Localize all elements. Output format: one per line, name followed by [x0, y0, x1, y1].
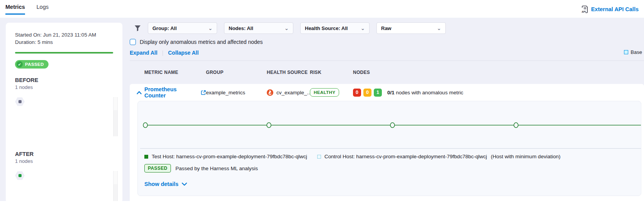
risk-cell: HEALTHY: [310, 88, 353, 97]
risk-badge: HEALTHY: [310, 88, 339, 97]
health-source-cell: cv_example_...: [267, 89, 310, 96]
node-count-badge: 0: [353, 89, 361, 97]
external-link-icon: [201, 90, 206, 95]
baseline-label: Base: [631, 49, 642, 55]
analysis-status-badge: PASSED: [144, 164, 171, 173]
legend-control-host: Control Host: harness-cv-prom-example-de…: [317, 154, 487, 159]
metric-name-link[interactable]: Prometheus Counter: [144, 86, 206, 99]
metric-line-chart[interactable]: [138, 101, 641, 151]
nodes-filter-dropdown[interactable]: Nodes: All ⌄: [224, 22, 293, 34]
collapse-all-link[interactable]: Collapse All: [168, 50, 199, 56]
health-source-name: cv_example_...: [276, 90, 311, 95]
after-node-hexagon-icon[interactable]: [15, 171, 25, 180]
col-nodes: NODES: [353, 70, 644, 75]
node-count-badges: 001: [353, 89, 382, 97]
divider: |: [162, 50, 164, 56]
chevron-down-icon: ⌄: [361, 25, 365, 31]
chevron-down-icon: ⌄: [208, 25, 212, 31]
main-area: Started On: Jun 21, 2023 11:05 AM Durati…: [0, 18, 644, 201]
show-details-link[interactable]: Show details: [144, 181, 187, 187]
tab-logs[interactable]: Logs: [37, 4, 49, 15]
node-count-badge: 1: [374, 89, 382, 97]
analysis-verdict-row: PASSED Passed by the Harness ML analysis: [144, 164, 258, 173]
chevron-down-icon: ⌄: [284, 25, 289, 31]
health-source-filter-dropdown[interactable]: Health Source: All ⌄: [300, 22, 370, 34]
metrics-table-header: METRIC NAME GROUP HEALTH SOURCE RISK NOD…: [130, 61, 644, 84]
before-node-status-square: [18, 100, 22, 103]
chevron-down-icon: [182, 183, 187, 186]
metrics-content: Group: All ⌄ Nodes: All ⌄ Health Source:…: [130, 18, 644, 201]
before-scrollbar[interactable]: [113, 97, 118, 136]
before-section: BEFORE 1 nodes: [15, 77, 113, 142]
test-host-swatch: [144, 155, 148, 159]
chevron-down-icon: ⌄: [437, 25, 441, 31]
after-node-count: 1 nodes: [15, 158, 113, 164]
raw-mode-dropdown[interactable]: Raw ⌄: [376, 22, 446, 34]
nodes-cell: 001 0/1 nodes with anomalous metric: [353, 89, 644, 97]
analysis-message: Passed by the Harness ML analysis: [176, 166, 258, 171]
after-title: AFTER: [15, 151, 113, 157]
tab-metrics[interactable]: Metrics: [5, 4, 25, 15]
col-group: GROUP: [206, 70, 267, 75]
duration-text: Duration: 5 mins: [15, 39, 113, 46]
before-node-hexagon-icon[interactable]: [15, 97, 25, 106]
metric-row: Prometheus Counter example_metrics: [130, 84, 644, 201]
external-api-calls-label: External API Calls: [591, 6, 639, 12]
anomalous-metrics-checkbox-label: Display only anomalous metrics and affec…: [140, 39, 263, 45]
external-api-calls-link[interactable]: API External API Calls: [582, 5, 639, 13]
anomalous-node-text: nodes with anomalous metric: [396, 90, 463, 95]
filter-icon: [134, 25, 141, 32]
after-node-status-square: [18, 174, 22, 177]
expand-collapse-row: Expand All | Collapse All: [130, 50, 644, 56]
metric-group: example_metrics: [206, 90, 267, 95]
chart-legend: Test Host: harness-cv-prom-example-deplo…: [144, 154, 560, 159]
after-section: AFTER 1 nodes: [15, 151, 113, 206]
col-health-source: HEALTH SOURCE: [267, 70, 310, 75]
anomalous-filter-row: Display only anomalous metrics and affec…: [130, 39, 644, 45]
anomalous-node-ratio: 0/1: [387, 90, 395, 95]
anomalous-metrics-checkbox[interactable]: [130, 39, 136, 45]
filter-row: Group: All ⌄ Nodes: All ⌄ Health Source:…: [130, 22, 644, 34]
baseline-checkbox[interactable]: [624, 50, 628, 54]
page-bottom: [0, 201, 644, 206]
control-host-swatch: [317, 155, 321, 159]
status-badge: ✔ PASSED: [15, 60, 49, 69]
node-count-badge: 0: [363, 89, 371, 97]
metric-chart-panel: Test Host: harness-cv-prom-example-deplo…: [137, 101, 641, 196]
expand-all-link[interactable]: Expand All: [130, 50, 157, 56]
chart-x-axis: [140, 148, 641, 149]
baseline-legend: Base: [624, 49, 642, 55]
check-icon: ✔: [17, 61, 23, 67]
prometheus-icon: [267, 89, 273, 96]
control-host-note: (Host with minimum deviation): [491, 154, 560, 159]
group-filter-dropdown[interactable]: Group: All ⌄: [148, 22, 217, 34]
svg-text:API: API: [582, 10, 586, 13]
api-document-icon: API: [582, 5, 588, 13]
legend-test-host: Test Host: harness-cv-prom-example-deplo…: [144, 154, 307, 159]
collapse-row-icon[interactable]: [134, 91, 144, 94]
started-on-text: Started On: Jun 21, 2023 11:05 AM: [15, 31, 113, 39]
metric-row-header: Prometheus Counter example_metrics: [130, 84, 644, 101]
before-node-count: 1 nodes: [15, 84, 113, 90]
before-title: BEFORE: [15, 77, 113, 83]
tab-bar: Metrics Logs: [5, 4, 49, 15]
col-metric-name: METRIC NAME: [144, 70, 206, 75]
col-risk: RISK: [310, 70, 353, 75]
top-bar: Metrics Logs API External API Calls: [0, 0, 644, 18]
verification-summary-card: Started On: Jun 21, 2023 11:05 AM Durati…: [6, 23, 122, 203]
verification-progress-bar: [15, 52, 113, 54]
